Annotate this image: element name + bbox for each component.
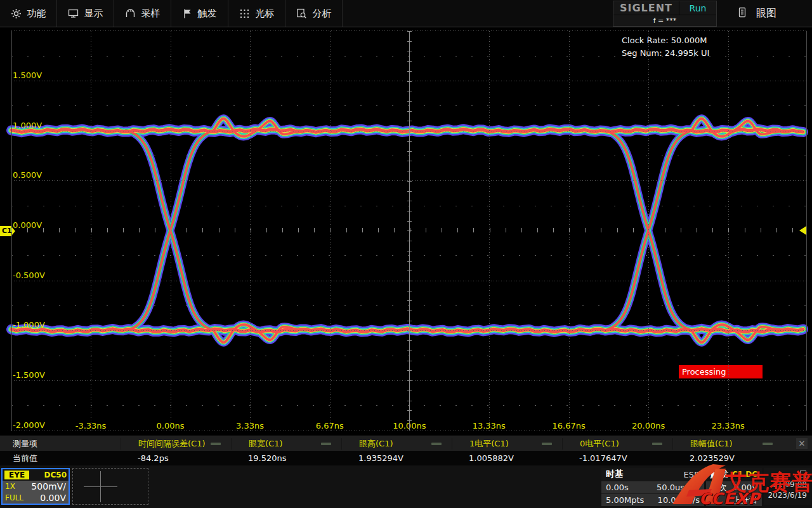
measure-column-1: 眼宽(C1) [231, 438, 341, 450]
seg-num-text: Seg Num: 24.995k UI [622, 47, 709, 60]
measurement-value-row: 当前值 -84.2ps19.520ns1.935294V1.005882V-1.… [0, 451, 812, 465]
timebase-sample-rate: 10.0GSa/s [658, 495, 700, 505]
measure-header: 0电平(C1) [563, 438, 652, 450]
clock-time: 11:09:08 [768, 480, 807, 489]
trigger-source-coupling: C1 DC [732, 470, 757, 479]
x-axis-label: 0.00ns [157, 421, 185, 431]
trigger-title: 触发 [710, 469, 728, 480]
menu-item-label: 功能 [27, 8, 46, 20]
siglent-logo: SIGLENT [613, 1, 679, 15]
waveform-display-area: Clock Rate: 50.000M Seg Num: 24.995k UI … [0, 27, 812, 436]
menu-item-cursors[interactable]: 光标 [228, 0, 285, 27]
channel-descriptor-box[interactable]: EYE DC50 1X 500mV/ FULL 0.00V [1, 468, 70, 505]
x-axis-label: -3.33ns [75, 421, 107, 431]
measure-header: 1电平(C1) [452, 438, 542, 450]
collapse-minus-icon[interactable] [652, 443, 662, 445]
display-icon [68, 8, 79, 18]
trigger-descriptor-box[interactable]: 触发 C1 DC 单次 0.00V 上升沿 [706, 468, 762, 505]
timebase-memory: 5.00Mpts [606, 495, 644, 505]
collapse-minus-icon[interactable] [321, 443, 331, 445]
trigger-mode: 单次 [710, 482, 727, 493]
channel-name-badge: EYE [4, 471, 29, 479]
eye-diagram-menu-label: 眼图 [756, 7, 776, 20]
channel-scale: 500mV/ [31, 481, 66, 491]
y-axis-label: -1.500V [13, 370, 45, 380]
y-axis-label: 1.500V [13, 70, 42, 80]
menu-item-analysis[interactable]: 分析 [285, 0, 343, 27]
processing-badge: Processing [679, 365, 763, 378]
datetime-box[interactable]: 11:09:08 2023/6/19 [764, 468, 811, 505]
y-axis-label: -2.000V [13, 420, 45, 430]
measure-column-5: 眼幅值(C1) [672, 438, 783, 450]
freq-counter: f = *** [613, 15, 716, 26]
timebase-title: 时基 [606, 469, 624, 480]
measurement-header-row: 测量项 时间间隔误差(C1)眼宽(C1)眼高(C1)1电平(C1)0电平(C1)… [0, 436, 812, 451]
measurement-panel: 测量项 时间间隔误差(C1)眼宽(C1)眼高(C1)1电平(C1)0电平(C1)… [0, 436, 812, 465]
crosshair-icon [100, 471, 101, 502]
channel-offset: 0.00V [40, 493, 66, 503]
measure-value: 19.520ns [231, 453, 341, 463]
measure-item-header: 测量项 [0, 438, 121, 450]
measure-column-3: 1电平(C1) [452, 438, 562, 450]
analysis-icon [296, 8, 307, 19]
center-horizontal-ticks [11, 228, 806, 232]
y-axis-label: 1.000V [13, 121, 42, 130]
cursor-grid-icon [239, 8, 250, 19]
clock-rate-text: Clock Rate: 50.000M [622, 34, 709, 47]
measure-header: 眼幅值(C1) [673, 438, 763, 450]
measure-column-2: 眼高(C1) [341, 438, 452, 450]
measure-value: -1.017647V [562, 453, 672, 463]
clock-date: 2023/6/19 [768, 491, 807, 500]
x-axis-label: 20.00ns [632, 421, 665, 431]
menu-items: 功能显示采样触发光标分析 [0, 0, 343, 27]
collapse-minus-icon[interactable] [431, 443, 442, 445]
collapse-minus-icon[interactable] [211, 443, 221, 445]
gear-icon [11, 8, 22, 19]
x-axis-label: 3.33ns [236, 421, 264, 431]
measure-column-4: 0电平(C1) [562, 438, 672, 450]
channel-probe: 1X [5, 482, 15, 491]
y-axis-label: -0.500V [13, 271, 45, 280]
measure-header: 时间间隔误差(C1) [121, 438, 211, 450]
menu-item-label: 显示 [84, 8, 103, 20]
run-state-indicator[interactable]: Run [679, 1, 716, 15]
y-axis-label: -1.000V [13, 320, 45, 330]
measure-value: 1.005882V [452, 453, 562, 463]
timebase-delay: 0.00s [606, 483, 629, 492]
collapse-minus-icon[interactable] [763, 443, 773, 445]
measure-column-0: 时间间隔误差(C1) [121, 438, 231, 450]
measure-value: -84.2ps [121, 453, 231, 463]
menu-item-acquire[interactable]: 采样 [114, 0, 171, 27]
x-axis-label: 16.67ns [553, 421, 586, 431]
trigger-slope: 上升沿 [733, 495, 757, 506]
brand-box: SIGLENT Run f = *** [613, 1, 717, 27]
close-icon[interactable]: ✕ [796, 438, 808, 449]
menubar: 功能显示采样触发光标分析 SIGLENT Run f = *** 眼图 [0, 0, 812, 27]
timebase-descriptor-box[interactable]: 时基 ESR 0.00s 50.0us/div 5.00Mpts 10.0GSa… [601, 468, 704, 505]
status-bar: EYE DC50 1X 500mV/ FULL 0.00V 时基 ESR 0.0… [0, 465, 812, 508]
menu-item-trigger[interactable]: 触发 [171, 0, 228, 27]
measure-header: 眼高(C1) [342, 438, 431, 450]
acquire-icon [125, 8, 136, 18]
menu-item-label: 分析 [313, 8, 332, 20]
measure-header: 眼宽(C1) [232, 438, 321, 450]
channel-coupling: DC50 [44, 471, 67, 479]
x-axis-label: 6.67ns [316, 421, 344, 431]
x-axis-label: 23.33ns [711, 421, 744, 431]
y-axis-label: 0.500V [13, 170, 42, 180]
measure-value: 2.023529V [672, 453, 783, 463]
menu-item-display[interactable]: 显示 [57, 0, 114, 27]
flag-icon [183, 8, 192, 19]
timebase-scale: 50.0us/div [657, 483, 700, 492]
oscilloscope-screen: 功能显示采样触发光标分析 SIGLENT Run f = *** 眼图 Cloc… [0, 0, 812, 508]
menu-item-utility[interactable]: 功能 [0, 0, 57, 27]
timebase-mode: ESR [684, 470, 700, 479]
trigger-level: 0.00V [733, 483, 757, 492]
measure-value: 1.935294V [341, 453, 452, 463]
empty-channel-slot[interactable] [72, 468, 148, 505]
notice-icon [800, 471, 806, 478]
menu-item-eye-diagram[interactable]: 眼图 [731, 0, 783, 27]
collapse-minus-icon[interactable] [542, 443, 552, 445]
measure-current-label: 当前值 [0, 453, 121, 464]
grid-right-edge [806, 31, 807, 431]
